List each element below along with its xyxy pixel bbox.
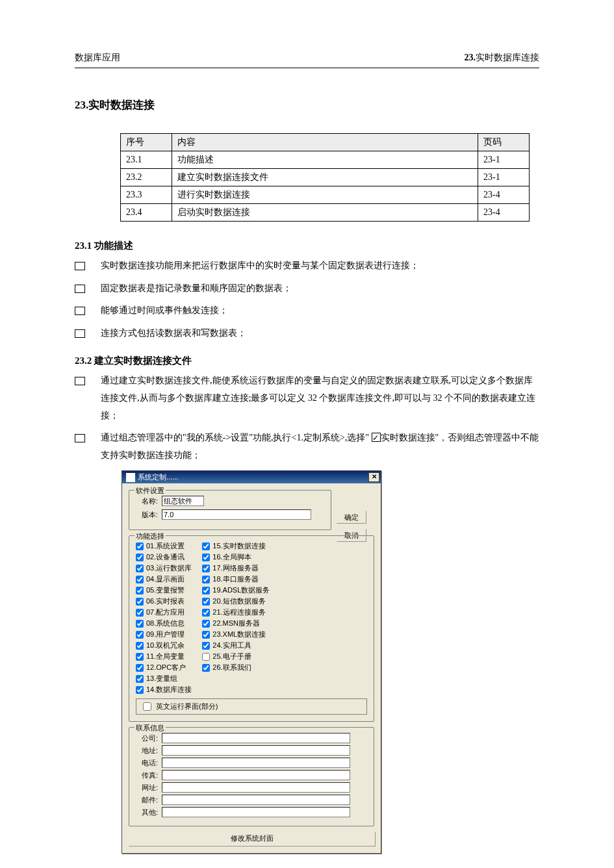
checkbox-input[interactable] bbox=[136, 554, 144, 561]
toc-num: 23.2 bbox=[121, 169, 172, 186]
feature-checkbox[interactable]: 14.数据库连接 bbox=[136, 685, 192, 695]
system-custom-dialog: 系统定制...... ✕ 确定 取消 软件设置 名称: 版本: bbox=[122, 470, 381, 854]
feature-checkbox[interactable]: 13.变量组 bbox=[136, 674, 192, 683]
feature-checkbox[interactable]: 17.网络服务器 bbox=[202, 563, 270, 573]
checkbox-input[interactable] bbox=[136, 620, 144, 628]
feature-checkbox[interactable]: 25.电子手册 bbox=[202, 652, 270, 661]
checkbox-input[interactable] bbox=[202, 653, 210, 661]
toc-num: 23.4 bbox=[121, 204, 172, 222]
checkbox-input[interactable] bbox=[202, 631, 210, 639]
app-icon bbox=[126, 473, 135, 482]
ok-button[interactable]: 确定 bbox=[337, 511, 366, 524]
checkbox-input[interactable] bbox=[136, 653, 144, 661]
document-page: 数据库应用 23.实时数据库连接 23.实时数据连接 序号 内容 页码 23.1… bbox=[0, 0, 614, 868]
checkbox-input[interactable] bbox=[136, 609, 144, 617]
checkbox-input[interactable] bbox=[136, 631, 144, 639]
bullet-item: 通过组态管理器中的"我的系统->设置"功能,执行<1.定制系统>,选择" 实时数… bbox=[75, 429, 539, 464]
checkbox-input[interactable] bbox=[202, 587, 210, 594]
english-ui-checkbox[interactable]: 英文运行界面(部分) bbox=[136, 698, 367, 715]
contact-row: 其他: bbox=[136, 807, 367, 817]
feature-checkbox[interactable]: 23.XML数据连接 bbox=[202, 630, 270, 639]
feature-label: 20.短信数据服务 bbox=[212, 596, 265, 606]
contact-field[interactable] bbox=[162, 770, 350, 780]
bullet-item: 连接方式包括读数据表和写数据表； bbox=[75, 325, 539, 342]
contact-label: 地址: bbox=[136, 746, 158, 756]
name-label: 名称: bbox=[136, 496, 158, 506]
checkbox-input[interactable] bbox=[136, 675, 144, 683]
close-icon[interactable]: ✕ bbox=[368, 472, 379, 482]
checkbox-input[interactable] bbox=[136, 576, 144, 583]
feature-checkbox[interactable]: 02.设备通讯 bbox=[136, 552, 192, 562]
name-field[interactable] bbox=[162, 496, 204, 506]
feature-checkbox[interactable]: 05.变量报警 bbox=[136, 585, 192, 595]
feature-label: 24.实用工具 bbox=[212, 641, 251, 650]
contact-field[interactable] bbox=[162, 758, 350, 768]
dialog-body: 确定 取消 软件设置 名称: 版本: 功能选择 01.系统设置02.设 bbox=[122, 483, 381, 853]
feature-checkbox[interactable]: 11.全局变量 bbox=[136, 652, 192, 661]
feature-checkbox[interactable]: 16.全局脚本 bbox=[202, 552, 270, 562]
feature-checkbox[interactable]: 06.实时报表 bbox=[136, 596, 192, 606]
english-ui-label: 英文运行界面(部分) bbox=[156, 702, 218, 711]
contact-row: 网址: bbox=[136, 782, 367, 793]
bullet-item: 通过建立实时数据连接文件,能使系统运行数据库的变量与自定义的固定数据表建立联系,… bbox=[75, 372, 539, 424]
contact-field[interactable] bbox=[162, 807, 350, 817]
checkbox-input[interactable] bbox=[202, 576, 210, 583]
contact-field[interactable] bbox=[162, 795, 350, 805]
feature-checkbox[interactable]: 24.实用工具 bbox=[202, 641, 270, 650]
feature-checkbox[interactable]: 19.ADSL数据服务 bbox=[202, 585, 270, 595]
feature-checkbox[interactable]: 01.系统设置 bbox=[136, 541, 192, 551]
feature-checkbox[interactable]: 07.配方应用 bbox=[136, 607, 192, 617]
contact-row: 邮件: bbox=[136, 795, 367, 805]
checkbox-input[interactable] bbox=[202, 664, 210, 672]
checkbox-input[interactable] bbox=[202, 554, 210, 561]
checkbox-input[interactable] bbox=[202, 542, 210, 550]
dialog-title-text: 系统定制...... bbox=[138, 472, 178, 482]
feature-checkbox[interactable]: 04.显示画面 bbox=[136, 574, 192, 584]
section-23-1-heading: 23.1 功能描述 bbox=[75, 240, 539, 252]
checkbox-input[interactable] bbox=[136, 686, 144, 694]
checkbox-input[interactable] bbox=[136, 598, 144, 606]
square-bullet-icon bbox=[75, 285, 85, 293]
checkbox-input[interactable] bbox=[136, 642, 144, 650]
bullet-item: 固定数据表是指记录数量和顺序固定的数据表； bbox=[75, 280, 539, 298]
feature-checkbox[interactable]: 15.实时数据连接 bbox=[202, 541, 270, 551]
feature-checkbox[interactable]: 10.双机冗余 bbox=[136, 641, 192, 650]
toc-h-title: 内容 bbox=[172, 134, 478, 151]
checkbox-input[interactable] bbox=[136, 565, 144, 572]
feature-checkbox[interactable]: 08.系统信息 bbox=[136, 619, 192, 628]
checkbox-input[interactable] bbox=[136, 542, 144, 550]
checkbox-input[interactable] bbox=[202, 565, 210, 572]
checkbox-input[interactable] bbox=[202, 642, 210, 650]
feature-label: 04.显示画面 bbox=[146, 574, 185, 584]
toc-page: 23-4 bbox=[478, 204, 530, 222]
contact-field[interactable] bbox=[162, 733, 350, 743]
feature-checkbox[interactable]: 03.运行数据库 bbox=[136, 563, 192, 573]
bullet-item: 实时数据连接功能用来把运行数据库中的实时变量与某个固定数据表进行连接； bbox=[75, 257, 539, 275]
toc-num: 23.3 bbox=[121, 186, 172, 204]
feature-select-group: 功能选择 01.系统设置02.设备通讯03.运行数据库04.显示画面05.变量报… bbox=[129, 535, 374, 722]
feature-label: 11.全局变量 bbox=[146, 652, 185, 661]
feature-checkbox[interactable]: 12.OPC客户 bbox=[136, 663, 192, 672]
feature-checkbox[interactable]: 26.联系我们 bbox=[202, 663, 270, 672]
checkbox-input[interactable] bbox=[136, 664, 144, 672]
checkbox-input[interactable] bbox=[202, 620, 210, 628]
contact-field[interactable] bbox=[162, 782, 350, 793]
feature-checkbox[interactable]: 22.MSN服务器 bbox=[202, 619, 270, 628]
contact-label: 公司: bbox=[136, 734, 158, 743]
checked-box-icon bbox=[372, 433, 381, 442]
feature-checkbox[interactable]: 20.短信数据服务 bbox=[202, 596, 270, 606]
checkbox-input[interactable] bbox=[136, 587, 144, 594]
feature-checkbox[interactable]: 18.串口服务器 bbox=[202, 574, 270, 584]
toc-row: 23.4启动实时数据连接23-4 bbox=[121, 204, 530, 222]
modify-cover-button[interactable]: 修改系统封面 bbox=[129, 832, 376, 847]
feature-checkbox[interactable]: 09.用户管理 bbox=[136, 630, 192, 639]
feature-checkbox[interactable]: 21.远程连接服务 bbox=[202, 607, 270, 617]
checkbox-input[interactable] bbox=[143, 702, 151, 711]
checkbox-input[interactable] bbox=[202, 609, 210, 617]
version-field[interactable] bbox=[162, 509, 311, 520]
header-right: 23.实时数据库连接 bbox=[465, 52, 540, 64]
checkbox-input[interactable] bbox=[202, 598, 210, 606]
contact-label: 网址: bbox=[136, 783, 158, 793]
contact-field[interactable] bbox=[162, 745, 350, 756]
toc-title: 建立实时数据连接文件 bbox=[172, 169, 478, 186]
